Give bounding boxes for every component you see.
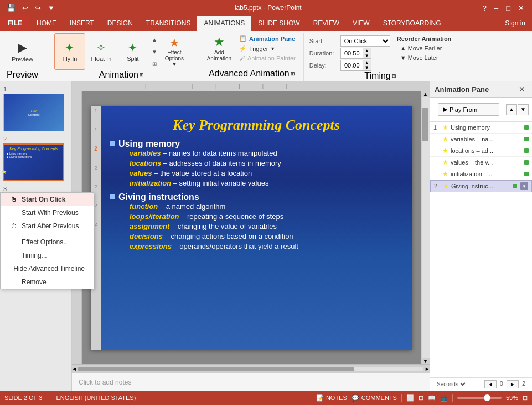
scroll-down-button[interactable]: ▼ [150, 48, 159, 55]
view-presenter-button[interactable]: 📺 [440, 394, 448, 402]
add-animation-button[interactable]: ★ AddAnimation [205, 33, 234, 63]
maximize-button[interactable]: □ [503, 4, 514, 12]
anim-item-1[interactable]: 1 ★ Using memory [430, 122, 532, 134]
notes-bar[interactable]: Click to add notes [72, 373, 430, 391]
duration-down-button[interactable]: ▼ [363, 53, 371, 58]
animation-pane-button[interactable]: 📋 Animation Pane [236, 34, 299, 43]
zoom-thumb[interactable] [484, 394, 490, 401]
tab-storyboarding[interactable]: STORYBOARDING [376, 16, 448, 31]
sub-bullet-expressions: expressions – operands/operators that yi… [130, 242, 298, 250]
move-earlier-icon: ▲ [400, 45, 406, 52]
minimize-button[interactable]: – [491, 4, 502, 12]
tab-home[interactable]: HOME [30, 16, 63, 31]
seconds-select[interactable]: Seconds [435, 381, 467, 388]
view-reading-button[interactable]: 📖 [428, 394, 436, 402]
anim-dropdown-arrow[interactable]: ▼ [520, 182, 528, 190]
zoom-level: 59% [506, 394, 518, 401]
slide-body: Using memory variables – names for data … [101, 139, 412, 252]
anim-item-5[interactable]: ★ initialization –... [430, 168, 532, 180]
timing-group-label: Timing ⊞ [364, 71, 396, 81]
anim-item-4[interactable]: ★ values – the v... [430, 157, 532, 168]
window-controls: ? – □ ✕ [479, 4, 528, 12]
h-scroll-thumb[interactable] [78, 367, 354, 371]
fit-slide-button[interactable]: ⊡ [523, 394, 528, 402]
delay-input[interactable] [341, 60, 363, 70]
tab-design[interactable]: DESIGN [101, 16, 140, 31]
delay-up-button[interactable]: ▲ [363, 60, 371, 65]
status-right: 📝 NOTES 💬 COMMENTS ⬜ ⊞ 📖 📺 59% ⊡ [316, 394, 528, 402]
scroll-up-button[interactable]: ▲ [150, 36, 159, 43]
move-later-button[interactable]: ▼ Move Later [397, 53, 452, 62]
trigger-button[interactable]: ⚡ Trigger ▼ [236, 44, 299, 53]
vertical-scrollbar[interactable]: ▲ ▼ [421, 91, 430, 364]
view-normal-button[interactable]: ⬜ [406, 394, 414, 402]
sign-in[interactable]: Sign in [498, 16, 532, 31]
play-down-button[interactable]: ▼ [518, 104, 529, 115]
sub-bullet-locations: locations – addresses of data items in m… [130, 159, 281, 167]
status-notes-button[interactable]: 📝 NOTES [316, 394, 347, 402]
delay-down-button[interactable]: ▼ [363, 65, 371, 70]
timing-group-expand-icon[interactable]: ⊞ [392, 73, 396, 79]
slide-canvas[interactable]: 1 1 2 2 2 2 2 Key Programming Concepts [91, 106, 412, 350]
view-slide-sorter-button[interactable]: ⊞ [419, 394, 423, 402]
status-comments-button[interactable]: 💬 COMMENTS [352, 394, 397, 402]
slide-thumb-1[interactable]: 1 Title Content [3, 86, 68, 131]
preview-button[interactable]: ▶ Preview [8, 33, 37, 70]
slide-image-1[interactable]: Title Content [3, 94, 64, 131]
anim-star-1: ★ [442, 124, 448, 131]
animation-group-expand-icon[interactable]: ⊞ [140, 72, 144, 78]
animation-painter-button[interactable]: 🖌 Animation Painter [236, 54, 299, 63]
tab-review[interactable]: REVIEW [307, 16, 346, 31]
tab-transitions[interactable]: TRANSITIONS [140, 16, 198, 31]
anim-item-6[interactable]: 2 ★ Giving instruc... ▼ [430, 180, 532, 192]
customize-icon[interactable]: ▼ [45, 3, 57, 13]
slide-image-2[interactable]: Key Programming Concepts ■ Using memory … [3, 143, 64, 181]
undo-icon[interactable]: ↩ [20, 3, 30, 13]
tab-insert[interactable]: INSERT [63, 16, 101, 31]
effect-options-dropdown-icon: ▼ [172, 61, 177, 67]
anim-item-2[interactable]: ★ variables – na... [430, 134, 532, 145]
scroll-more-button[interactable]: ⊞ [150, 60, 159, 68]
save-icon[interactable]: 💾 [4, 3, 18, 13]
pane-prev-button[interactable]: ◄ [484, 380, 497, 388]
tab-view[interactable]: VIEW [346, 16, 376, 31]
split-animation[interactable]: ✦ Split [117, 33, 148, 70]
window-title: lab5.pptx - PowerPoint [57, 4, 479, 12]
move-later-icon: ▼ [400, 54, 406, 61]
slide-thumb-2[interactable]: 2 ★ Key Programming Concepts ■ Using mem… [3, 136, 68, 181]
help-button[interactable]: ? [479, 4, 490, 12]
duration-up-button[interactable]: ▲ [363, 48, 371, 53]
slide-container: 1 1 2 2 2 2 2 Key Programming Concepts [72, 91, 430, 364]
duration-input[interactable] [341, 48, 363, 58]
horizontal-scrollbar[interactable]: ◄ ► [72, 364, 430, 373]
tab-animations[interactable]: ANIMATIONS [197, 16, 251, 31]
scroll-right-button[interactable]: ► [425, 365, 430, 373]
scroll-thumb[interactable] [422, 108, 428, 141]
bullet-square-icon [110, 141, 115, 146]
advanced-animation-expand-icon[interactable]: ⊞ [291, 71, 295, 76]
animation-pane-close-button[interactable]: ✕ [516, 85, 528, 94]
tab-file[interactable]: FILE [0, 16, 30, 31]
scroll-track [422, 97, 430, 358]
sub-bullet-initialization: initialization – setting initial variabl… [130, 179, 281, 187]
play-from-button[interactable]: ▶ Play From [438, 103, 499, 116]
close-button[interactable]: ✕ [515, 4, 528, 12]
pane-next-button[interactable]: ► [507, 380, 519, 388]
move-earlier-button[interactable]: ▲ Move Earlier [397, 44, 452, 53]
scroll-up-button[interactable]: ▲ [421, 91, 430, 97]
timing-right: Reorder Animation ▲ Move Earlier ▼ Move … [397, 35, 452, 62]
anim-item-3[interactable]: ★ locations – ad... [430, 145, 532, 157]
start-select[interactable]: On Click [340, 35, 390, 47]
effect-options-button[interactable]: ★ Effect Options ▼ [160, 33, 189, 70]
title-bar: 💾 ↩ ↪ ▼ lab5.pptx - PowerPoint ? – □ ✕ [0, 0, 532, 16]
fly-in-animation[interactable]: ✦ Fly In [54, 33, 85, 70]
float-in-animation[interactable]: ✧ Float In [86, 33, 117, 70]
zoom-slider[interactable] [457, 397, 502, 399]
redo-icon[interactable]: ↪ [33, 3, 43, 13]
anim-star-4: ★ [442, 158, 448, 166]
tab-slideshow[interactable]: SLIDE SHOW [251, 16, 306, 31]
play-up-button[interactable]: ▲ [506, 104, 517, 115]
scroll-down-button[interactable]: ▼ [421, 358, 430, 364]
advanced-buttons: 📋 Animation Pane ⚡ Trigger ▼ 🖌 Animation… [236, 34, 299, 63]
scroll-left-button[interactable]: ◄ [72, 365, 77, 373]
